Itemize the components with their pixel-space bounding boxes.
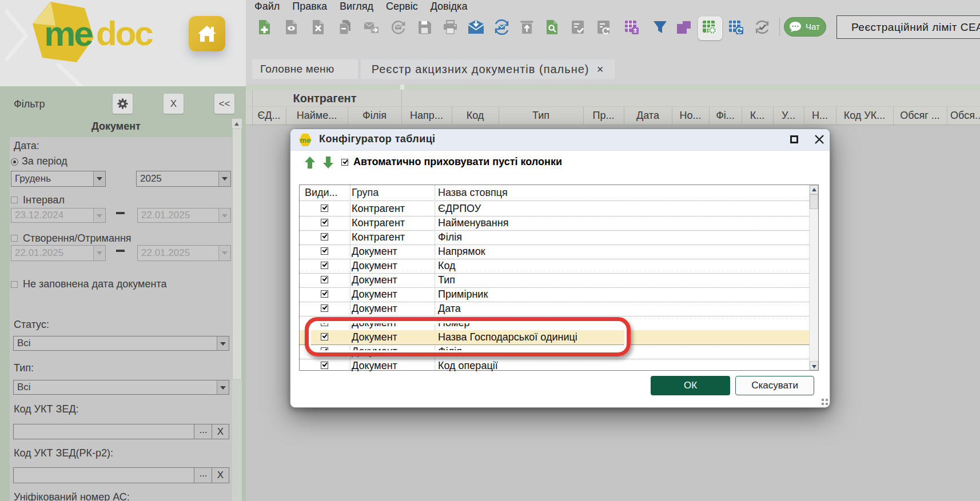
svg-text:me: me <box>44 14 93 53</box>
svg-text:doc: doc <box>96 14 153 53</box>
svg-text:me: me <box>300 136 311 145</box>
